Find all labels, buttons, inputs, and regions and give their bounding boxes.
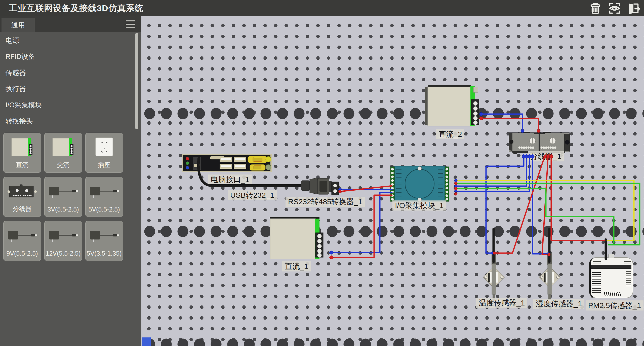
sidebar: 通用 电源 RFID设备 传感器 执行器 I/O采集模块 转换接头 直流 bbox=[0, 16, 141, 346]
device-temp-sensor-1[interactable] bbox=[482, 253, 505, 302]
device-card-5v[interactable]: 5V(5.5-2.5) bbox=[85, 177, 123, 217]
pm25-vents bbox=[604, 292, 621, 296]
sidebar-item-rfid[interactable]: RFID设备 bbox=[0, 49, 136, 65]
socket-icon bbox=[86, 135, 123, 159]
device-label-pm25: PM2.5传感器_1 bbox=[586, 300, 643, 310]
app-window: 工业互联网设备及接线3D仿真系统 bbox=[0, 0, 644, 346]
card-label: 5V(5.5-2.5) bbox=[86, 206, 123, 213]
card-label: 分线器 bbox=[4, 205, 41, 213]
category-list: 电源 RFID设备 传感器 执行器 I/O采集模块 转换接头 bbox=[0, 32, 136, 129]
pm25-band bbox=[591, 265, 631, 269]
canvas[interactable]: 直流_2 分线器_1 电脑接口_1 USB转232_1 RS232转485转换器… bbox=[141, 16, 644, 346]
menu-icon[interactable] bbox=[126, 20, 135, 28]
device-pm25-sensor-1[interactable] bbox=[589, 257, 633, 298]
device-label-dc1: 直流_1 bbox=[282, 261, 311, 271]
device-label-pc: 电脑接口_1 bbox=[208, 175, 252, 185]
adapter-icon bbox=[86, 224, 123, 248]
device-pc-interface-1[interactable] bbox=[182, 154, 272, 172]
adapter-icon bbox=[45, 180, 82, 203]
device-label-humid: 湿度传感器_1 bbox=[533, 299, 584, 309]
device-card-socket[interactable]: 插座 bbox=[85, 133, 123, 173]
device-dc-power-2[interactable] bbox=[425, 84, 479, 128]
wire-red bbox=[495, 155, 545, 253]
device-io-module-1[interactable] bbox=[390, 166, 449, 202]
adapter-icon bbox=[86, 180, 123, 203]
adapter-icon bbox=[45, 224, 82, 248]
card-label: 交流 bbox=[45, 161, 82, 169]
wire-blue bbox=[457, 155, 527, 186]
card-label: 插座 bbox=[86, 161, 123, 169]
pm25-vents bbox=[593, 260, 601, 263]
usb-to-232-converter bbox=[301, 178, 339, 195]
card-label: 9V(5.5-2.5) bbox=[4, 250, 41, 257]
sidebar-tabstrip: 通用 bbox=[0, 16, 141, 32]
wire-red bbox=[479, 118, 539, 130]
device-card-splitter[interactable]: 分线器 bbox=[3, 177, 41, 217]
device-label-rs485: RS232转485转换器_1 bbox=[286, 197, 365, 207]
view-reset-button[interactable] bbox=[607, 1, 622, 16]
sidebar-item-actuator[interactable]: 执行器 bbox=[0, 81, 136, 97]
pegboard-strip bbox=[141, 108, 644, 120]
device-card-5v-mini[interactable]: 5V(3.5-1.35) bbox=[85, 221, 123, 261]
trash-icon bbox=[589, 2, 602, 15]
sidebar-item-power[interactable]: 电源 bbox=[0, 32, 136, 49]
device-label-dc2: 直流_2 bbox=[436, 129, 464, 139]
device-card-12v[interactable]: 12V(5.5-2.5) bbox=[44, 221, 82, 261]
card-label: 5V(3.5-1.35) bbox=[86, 250, 123, 257]
device-card-ac[interactable]: 交流 bbox=[44, 133, 82, 173]
adapter-icon bbox=[4, 224, 41, 248]
wire-red bbox=[542, 155, 548, 255]
pegboard-strip bbox=[141, 338, 644, 346]
device-label-io: I/O采集模块_1 bbox=[392, 200, 446, 211]
device-card-3v[interactable]: 3V(5.5-2.5) bbox=[44, 177, 82, 217]
sidebar-item-adapter[interactable]: 转换接头 bbox=[0, 113, 136, 129]
toolbar bbox=[588, 0, 641, 16]
wire-red bbox=[339, 186, 392, 192]
sidebar-item-sensor[interactable]: 传感器 bbox=[0, 65, 136, 81]
device-humidity-sensor-1[interactable] bbox=[538, 253, 561, 302]
device-dc-power-1[interactable] bbox=[270, 217, 324, 260]
splitter-icon bbox=[4, 180, 41, 203]
pegboard-strip bbox=[141, 225, 644, 237]
pm25-vents bbox=[626, 271, 631, 287]
wire-blue bbox=[486, 155, 524, 253]
card-label: 12V(5.5-2.5) bbox=[45, 250, 82, 257]
dc-power-icon bbox=[4, 135, 41, 159]
tab-general[interactable]: 通用 bbox=[2, 18, 35, 32]
view-focus-icon bbox=[608, 2, 621, 15]
delete-button[interactable] bbox=[588, 1, 603, 16]
app-title: 工业互联网设备及接线3D仿真系统 bbox=[9, 3, 143, 14]
device-card-9v[interactable]: 9V(5.5-2.5) bbox=[3, 221, 41, 261]
exit-button[interactable] bbox=[626, 1, 641, 16]
card-label: 3V(5.5-2.5) bbox=[45, 206, 82, 213]
ac-power-icon bbox=[45, 135, 82, 159]
pm25-connector bbox=[608, 254, 614, 258]
title-bar: 工业互联网设备及接线3D仿真系统 bbox=[0, 0, 644, 16]
corner-indicator bbox=[142, 337, 151, 346]
exit-icon bbox=[627, 2, 640, 15]
card-label: 直流 bbox=[4, 161, 41, 169]
device-label-splitter: 分线器_1 bbox=[528, 151, 564, 161]
pm25-vents bbox=[624, 260, 631, 263]
sidebar-scrollbar[interactable] bbox=[135, 33, 138, 129]
sidebar-item-io-module[interactable]: I/O采集模块 bbox=[0, 97, 136, 113]
device-palette: 直流 交流 插座 分线器 bbox=[3, 133, 137, 261]
device-label-usb232: USB转232_1 bbox=[228, 190, 277, 200]
device-card-dc[interactable]: 直流 bbox=[3, 133, 41, 173]
wire-blue bbox=[533, 155, 548, 254]
wire-blue bbox=[457, 155, 530, 191]
device-label-temp: 温度传感器_1 bbox=[476, 298, 527, 308]
pm25-vents bbox=[592, 272, 601, 294]
